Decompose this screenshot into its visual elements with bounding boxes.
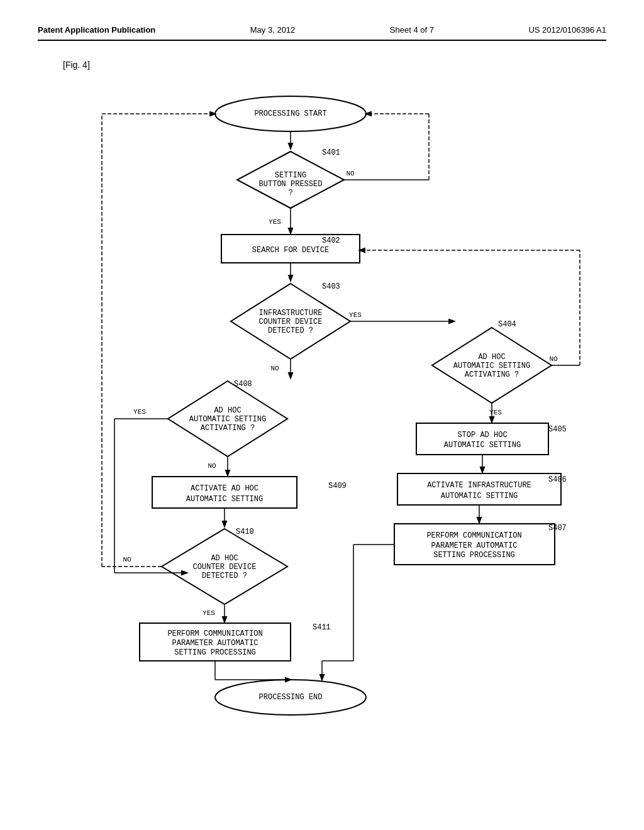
svg-text:STOP AD HOC: STOP AD HOC: [457, 431, 507, 440]
svg-text:AUTOMATIC SETTING: AUTOMATIC SETTING: [453, 362, 530, 370]
svg-text:AD HOC: AD HOC: [214, 406, 241, 415]
svg-text:NO: NO: [123, 556, 131, 563]
page: Patent Application Publication May 3, 20…: [0, 0, 644, 830]
svg-text:SEARCH FOR DEVICE: SEARCH FOR DEVICE: [252, 246, 329, 255]
svg-text:ACTIVATE AD HOC: ACTIVATE AD HOC: [191, 484, 258, 493]
svg-text:SETTING: SETTING: [275, 171, 306, 180]
svg-text:COUNTER DEVICE: COUNTER DEVICE: [259, 318, 323, 326]
header-left: Patent Application Publication: [38, 25, 155, 35]
svg-text:NO: NO: [549, 355, 558, 363]
svg-text:ACTIVATING ?: ACTIVATING ?: [201, 424, 255, 433]
svg-text:BUTTON PRESSED: BUTTON PRESSED: [259, 180, 323, 189]
svg-text:PARAMETER AUTOMATIC: PARAMETER AUTOMATIC: [431, 541, 518, 550]
svg-text:AD HOC: AD HOC: [211, 554, 238, 563]
svg-text:YES: YES: [203, 609, 215, 617]
svg-text:AUTOMATIC SETTING: AUTOMATIC SETTING: [441, 492, 518, 501]
svg-text:S402: S402: [322, 236, 340, 245]
svg-text:YES: YES: [269, 218, 281, 226]
svg-text:S410: S410: [236, 528, 254, 536]
fig-label: [Fig. 4]: [63, 60, 606, 70]
svg-text:YES: YES: [349, 311, 362, 319]
svg-text:PARAMETER AUTOMATIC: PARAMETER AUTOMATIC: [172, 639, 258, 648]
svg-text:AD HOC: AD HOC: [478, 353, 505, 362]
svg-text:S409: S409: [328, 482, 347, 490]
svg-text:YES: YES: [489, 409, 502, 416]
svg-text:INFRASTRUCTURE: INFRASTRUCTURE: [259, 309, 323, 318]
header-sheet: Sheet 4 of 7: [390, 25, 434, 35]
svg-text:NO: NO: [208, 462, 216, 470]
svg-text:S401: S401: [322, 148, 340, 157]
svg-text:ACTIVATING ?: ACTIVATING ?: [465, 370, 519, 379]
svg-text:COUNTER DEVICE: COUNTER DEVICE: [193, 563, 257, 572]
svg-text:NO: NO: [346, 170, 355, 177]
svg-text:ACTIVATE INFRASTRUCTURE: ACTIVATE INFRASTRUCTURE: [427, 481, 531, 490]
header-date: May 3, 2012: [250, 25, 296, 35]
header: Patent Application Publication May 3, 20…: [38, 25, 606, 41]
svg-text:S406: S406: [548, 475, 567, 484]
svg-text:S403: S403: [322, 282, 340, 291]
svg-text:S411: S411: [313, 623, 331, 632]
svg-text:DETECTED ?: DETECTED ?: [202, 572, 247, 580]
svg-text:SETTING PROCESSING: SETTING PROCESSING: [174, 648, 256, 657]
svg-text:NO: NO: [270, 365, 279, 372]
flowchart: PROCESSING START S401 SETTING BUTTON PRE…: [52, 82, 592, 787]
svg-text:AUTOMATIC SETTING: AUTOMATIC SETTING: [444, 441, 521, 450]
svg-text:PERFORM COMMUNICATION: PERFORM COMMUNICATION: [426, 531, 521, 540]
svg-text:AUTOMATIC SETTING: AUTOMATIC SETTING: [189, 415, 266, 424]
header-right: US 2012/0106396 A1: [528, 25, 606, 35]
svg-text:DETECTED ?: DETECTED ?: [268, 326, 313, 335]
svg-text:YES: YES: [133, 408, 146, 416]
svg-text:SETTING PROCESSING: SETTING PROCESSING: [433, 551, 515, 560]
svg-text:S404: S404: [498, 320, 516, 329]
svg-text:PROCESSING START: PROCESSING START: [254, 109, 326, 118]
svg-text:PROCESSING END: PROCESSING END: [259, 693, 323, 702]
svg-text:?: ?: [288, 189, 292, 197]
svg-text:S405: S405: [548, 425, 567, 434]
svg-text:PERFORM COMMUNICATION: PERFORM COMMUNICATION: [167, 629, 262, 638]
svg-text:S407: S407: [548, 524, 567, 533]
svg-text:AUTOMATIC SETTING: AUTOMATIC SETTING: [186, 495, 263, 504]
